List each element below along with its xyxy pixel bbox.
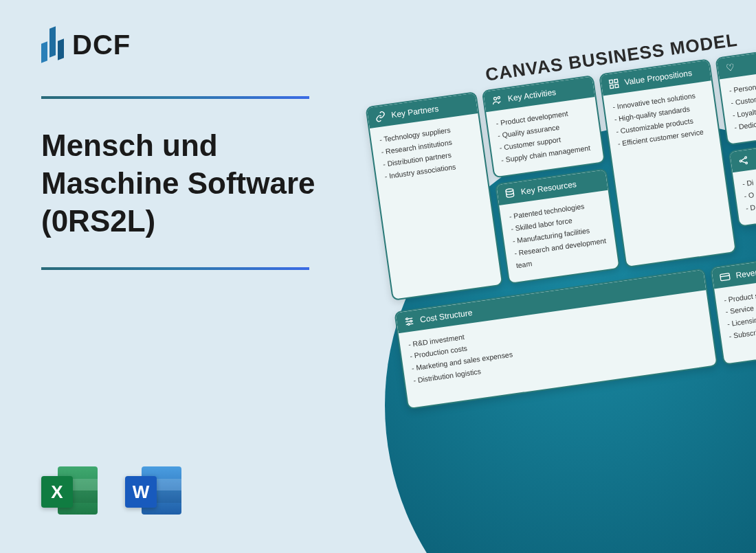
svg-point-10 [406,317,408,319]
sliders-icon [403,315,415,327]
svg-rect-5 [610,85,613,89]
svg-rect-3 [609,80,612,83]
svg-rect-4 [614,79,617,82]
svg-point-9 [746,162,748,164]
canvas-board: CANVAS BUSINESS MODEL Key Partners Techn… [362,21,756,409]
svg-point-0 [494,97,498,100]
brand-name: DCF [72,30,131,60]
card-body-partners: Technology suppliers Research institutio… [370,113,487,194]
card-key-resources: Key Resources Patented technologies Skil… [495,168,620,284]
card-value-propositions: Value Propositions Innovative tech solut… [599,58,737,268]
svg-point-12 [408,323,410,325]
card-title: Revenue S [735,264,756,280]
word-icon: W [125,462,181,519]
card-icon [719,271,731,283]
excel-icon: X [41,462,98,519]
svg-point-8 [744,157,746,159]
card-customer-relations: ♡ Personaliz Customer Loyalty p Dedica [715,46,756,146]
people-icon [491,94,503,106]
grid-icon [608,78,620,90]
divider-bottom [41,267,309,270]
svg-point-2 [506,189,513,192]
link-icon [375,111,387,123]
card-body-resources: Patented technologies Skilled labor forc… [500,190,619,282]
word-badge-letter: W [125,476,157,508]
svg-rect-6 [614,84,618,88]
share-icon [737,155,749,167]
heart-icon: ♡ [724,61,736,74]
card-extra: Di O D [728,139,756,227]
card-revenue: Revenue S Product sales Service contract… [710,250,756,365]
card-body-activities: Product development Quality assurance Cu… [486,97,603,177]
page-title: Mensch und Maschine Software (0RS2L) [41,126,344,240]
card-key-activities: Key Activities Product development Quali… [482,75,605,179]
database-icon [504,188,516,200]
card-title: Key Resources [520,179,577,196]
card-title: Cost Structure [419,308,473,325]
card-title: Key Activities [507,87,557,104]
svg-point-11 [410,320,412,322]
card-title: Key Partners [390,104,439,120]
svg-point-1 [498,96,500,99]
brand-logo: DCF [41,27,344,62]
card-body-value: Innovative tech solutions High-quality s… [603,80,720,161]
divider-top [41,96,309,99]
logo-bars-icon [41,27,64,62]
card-body-custrel: Personaliz Customer Loyalty p Dedica [720,68,756,144]
card-key-partners: Key Partners Technology suppliers Resear… [365,91,503,301]
excel-badge-letter: X [41,476,73,508]
svg-point-7 [740,160,742,162]
